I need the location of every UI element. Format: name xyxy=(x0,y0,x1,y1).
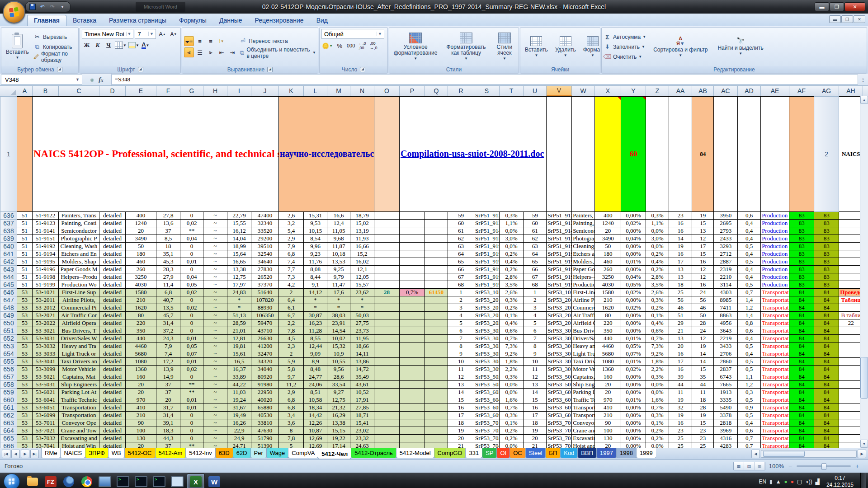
column-header-AG[interactable]: AG xyxy=(814,86,839,96)
italic-button[interactable]: К xyxy=(93,40,103,50)
cell[interactable]: detailed xyxy=(99,265,126,273)
cell[interactable]: Production C xyxy=(761,265,789,273)
cell[interactable]: 53-7011 xyxy=(33,419,59,427)
cell[interactable] xyxy=(425,380,448,388)
cell[interactable]: 51 xyxy=(669,311,692,319)
cell[interactable]: * xyxy=(327,296,350,304)
cell[interactable]: 4316 xyxy=(714,434,738,442)
cell[interactable]: 11,05 xyxy=(327,227,350,235)
cell[interactable]: 17,14 xyxy=(327,442,350,448)
cell[interactable]: 0,0% xyxy=(500,388,524,396)
cell[interactable] xyxy=(425,365,448,373)
cell[interactable]: SrP53_5031 xyxy=(474,380,500,388)
cell[interactable]: 0,00% xyxy=(621,296,646,304)
cell[interactable]: 17,6 xyxy=(327,288,350,296)
cell[interactable]: 11,03 xyxy=(227,388,251,396)
cell[interactable]: 130 xyxy=(595,434,621,442)
cell[interactable]: 24,71 xyxy=(227,442,251,448)
cell[interactable] xyxy=(425,404,448,411)
name-box-dropdown-icon[interactable]: ▼ xyxy=(73,75,82,84)
cell[interactable]: 1580 xyxy=(595,288,621,296)
cell[interactable] xyxy=(839,258,863,265)
cell[interactable]: 460 xyxy=(595,258,621,265)
cell[interactable]: 180 xyxy=(595,250,621,258)
cell[interactable]: 44 xyxy=(692,380,714,388)
cell[interactable]: 9 xyxy=(524,350,547,357)
sheet-tab-62D[interactable]: 62D xyxy=(233,448,251,458)
cell[interactable]: 2,3 xyxy=(279,342,304,350)
cell[interactable]: 6,4 xyxy=(279,296,304,304)
column-header-S[interactable]: S xyxy=(474,86,500,96)
cell[interactable]: 3,4 xyxy=(279,411,304,419)
language-indicator[interactable]: EN xyxy=(759,479,766,485)
cell[interactable]: 14 xyxy=(524,388,547,396)
cell[interactable]: Taxi Drive xyxy=(572,357,595,365)
cell[interactable]: 84 xyxy=(789,442,814,448)
cell[interactable]: 15,57 xyxy=(350,281,374,288)
cell[interactable]: 83 xyxy=(789,235,814,242)
cell[interactable]: 7,3% xyxy=(500,342,524,350)
cell[interactable]: Light Truc xyxy=(572,350,595,357)
cell[interactable]: Traffic Technic xyxy=(59,396,99,404)
cell[interactable]: 6,8 xyxy=(279,404,304,411)
cell[interactable]: ~ xyxy=(203,404,227,411)
cell[interactable] xyxy=(839,227,863,235)
row-header[interactable]: 654 xyxy=(0,350,17,357)
cell[interactable]: ~ xyxy=(203,281,227,288)
cell[interactable] xyxy=(374,404,400,411)
cell[interactable]: 22,9 xyxy=(227,427,251,434)
column-header-AA[interactable]: AA xyxy=(669,86,692,96)
cell[interactable]: 2,2 xyxy=(279,319,304,327)
cell[interactable]: 51 xyxy=(17,219,33,227)
cell[interactable]: 16,65 xyxy=(227,258,251,265)
cell[interactable]: 3,5% xyxy=(500,281,524,288)
cell[interactable]: 15,41 xyxy=(350,419,374,427)
cell[interactable]: 8,9 xyxy=(304,357,327,365)
cell[interactable]: 25 xyxy=(669,288,692,296)
cell[interactable]: 37370 xyxy=(251,281,279,288)
sheet-tab-ВВП[interactable]: ВВП xyxy=(577,448,597,458)
cell[interactable]: 0,2% xyxy=(500,250,524,258)
cell[interactable]: SrP53_2022 xyxy=(474,319,500,327)
cell[interactable]: 12,05 xyxy=(350,273,374,281)
name-box[interactable]: V348▼ xyxy=(1,75,82,84)
cell[interactable] xyxy=(374,211,400,219)
cell[interactable]: 0,2% xyxy=(646,304,669,311)
cell[interactable]: Light Truck or xyxy=(59,350,99,357)
alignment-dialog-launcher-icon[interactable]: ◢ xyxy=(267,67,273,72)
cell[interactable]: 0,05% xyxy=(621,281,646,288)
cell[interactable] xyxy=(425,350,448,357)
cell[interactable]: 1,2 xyxy=(738,380,761,388)
cell[interactable]: First-Line Sup xyxy=(59,288,99,296)
select-all-corner[interactable] xyxy=(0,86,17,96)
cell[interactable]: 20 xyxy=(126,380,156,388)
cell[interactable] xyxy=(374,373,400,380)
delete-cells-button[interactable]: Удалить▼ xyxy=(552,35,579,59)
cell[interactable]: 4,5 xyxy=(279,334,304,342)
row-header[interactable]: 664 xyxy=(0,427,17,434)
cell[interactable]: 84 xyxy=(789,411,814,419)
cell[interactable]: 0,02 xyxy=(180,288,203,296)
cell[interactable]: 84 xyxy=(789,304,814,311)
cell[interactable]: 84 xyxy=(814,442,839,448)
cell[interactable] xyxy=(400,380,425,388)
cell[interactable]: 22950 xyxy=(251,388,279,396)
cell[interactable]: 83 xyxy=(789,242,814,250)
clipboard-dialog-launcher-icon[interactable]: ◢ xyxy=(57,67,62,72)
cell[interactable] xyxy=(646,97,669,212)
cell[interactable]: 6 xyxy=(448,327,474,334)
cell[interactable]: 16,26 xyxy=(227,419,251,427)
cell[interactable]: 16,37 xyxy=(227,365,251,373)
cell[interactable]: 2219 xyxy=(714,334,738,342)
cell[interactable]: 27,85 xyxy=(350,404,374,411)
cell[interactable] xyxy=(400,227,425,235)
cell[interactable]: 9,27 xyxy=(327,388,350,396)
taskbar-chrome-button[interactable] xyxy=(78,474,95,488)
cell[interactable]: 17,91 xyxy=(350,396,374,404)
cell[interactable]: 3293 xyxy=(714,242,738,250)
cell[interactable]: 25 xyxy=(692,442,714,448)
cell[interactable]: 84 xyxy=(789,342,814,350)
cell[interactable]: 0,3% xyxy=(500,373,524,380)
borders-button[interactable]: ▼ xyxy=(114,40,127,50)
cell[interactable]: 0,00% xyxy=(621,227,646,235)
